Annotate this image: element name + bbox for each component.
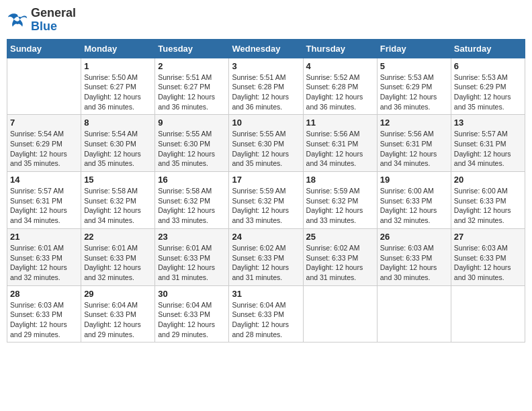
day-info: Sunrise: 5:53 AM Sunset: 6:29 PM Dayligh… [454, 73, 522, 112]
header-thursday: Thursday [303, 39, 377, 58]
calendar-cell: 17Sunrise: 5:59 AM Sunset: 6:32 PM Dayli… [229, 172, 303, 229]
header-friday: Friday [377, 39, 451, 58]
day-info: Sunrise: 6:01 AM Sunset: 6:33 PM Dayligh… [10, 243, 78, 283]
day-info: Sunrise: 5:53 AM Sunset: 6:29 PM Dayligh… [380, 73, 448, 112]
calendar-cell [377, 285, 451, 342]
day-number: 24 [232, 232, 300, 242]
header-monday: Monday [81, 39, 155, 58]
logo: General Blue [7, 7, 76, 34]
calendar-cell: 28Sunrise: 6:03 AM Sunset: 6:33 PM Dayli… [7, 285, 81, 342]
calendar-cell: 15Sunrise: 5:58 AM Sunset: 6:32 PM Dayli… [81, 172, 155, 229]
day-info: Sunrise: 5:59 AM Sunset: 6:32 PM Dayligh… [306, 186, 374, 226]
calendar-cell: 6Sunrise: 5:53 AM Sunset: 6:29 PM Daylig… [451, 58, 525, 115]
calendar-body: 1Sunrise: 5:50 AM Sunset: 6:27 PM Daylig… [7, 58, 525, 342]
day-info: Sunrise: 5:51 AM Sunset: 6:27 PM Dayligh… [158, 73, 226, 112]
day-number: 8 [84, 118, 152, 128]
calendar-cell: 11Sunrise: 5:56 AM Sunset: 6:31 PM Dayli… [303, 115, 377, 172]
calendar-cell: 29Sunrise: 6:04 AM Sunset: 6:33 PM Dayli… [81, 285, 155, 342]
header-wednesday: Wednesday [229, 39, 303, 58]
calendar-cell: 16Sunrise: 5:58 AM Sunset: 6:32 PM Dayli… [155, 172, 229, 229]
day-number: 29 [84, 289, 152, 299]
day-number: 11 [306, 118, 374, 128]
day-number: 25 [306, 232, 374, 242]
calendar-cell: 23Sunrise: 6:01 AM Sunset: 6:33 PM Dayli… [155, 228, 229, 285]
day-number: 17 [232, 175, 300, 185]
day-number: 18 [306, 175, 374, 185]
day-number: 19 [380, 175, 448, 185]
calendar-cell: 14Sunrise: 5:57 AM Sunset: 6:31 PM Dayli… [7, 172, 81, 229]
day-number: 1 [84, 61, 152, 71]
day-number: 6 [454, 61, 522, 71]
calendar-cell: 1Sunrise: 5:50 AM Sunset: 6:27 PM Daylig… [81, 58, 155, 115]
day-info: Sunrise: 5:52 AM Sunset: 6:28 PM Dayligh… [306, 73, 374, 112]
header-tuesday: Tuesday [155, 39, 229, 58]
calendar-cell: 24Sunrise: 6:02 AM Sunset: 6:33 PM Dayli… [229, 228, 303, 285]
calendar-header: SundayMondayTuesdayWednesdayThursdayFrid… [7, 39, 525, 58]
day-info: Sunrise: 6:02 AM Sunset: 6:33 PM Dayligh… [232, 243, 300, 283]
week-row-4: 28Sunrise: 6:03 AM Sunset: 6:33 PM Dayli… [7, 285, 525, 342]
calendar-cell: 18Sunrise: 5:59 AM Sunset: 6:32 PM Dayli… [303, 172, 377, 229]
day-info: Sunrise: 6:00 AM Sunset: 6:33 PM Dayligh… [454, 186, 522, 226]
calendar-table: SundayMondayTuesdayWednesdayThursdayFrid… [7, 39, 525, 343]
day-number: 22 [84, 232, 152, 242]
day-info: Sunrise: 6:03 AM Sunset: 6:33 PM Dayligh… [10, 300, 78, 340]
page-header: General Blue [7, 7, 525, 34]
calendar-cell: 19Sunrise: 6:00 AM Sunset: 6:33 PM Dayli… [377, 172, 451, 229]
day-info: Sunrise: 5:50 AM Sunset: 6:27 PM Dayligh… [84, 73, 152, 112]
header-saturday: Saturday [451, 39, 525, 58]
day-info: Sunrise: 5:56 AM Sunset: 6:31 PM Dayligh… [380, 129, 448, 169]
day-number: 26 [380, 232, 448, 242]
day-info: Sunrise: 5:59 AM Sunset: 6:32 PM Dayligh… [232, 186, 300, 226]
day-number: 5 [380, 61, 448, 71]
calendar-cell [451, 285, 525, 342]
day-number: 15 [84, 175, 152, 185]
day-number: 9 [158, 118, 226, 128]
calendar-cell: 27Sunrise: 6:03 AM Sunset: 6:33 PM Dayli… [451, 228, 525, 285]
day-number: 27 [454, 232, 522, 242]
day-number: 10 [232, 118, 300, 128]
week-row-3: 21Sunrise: 6:01 AM Sunset: 6:33 PM Dayli… [7, 228, 525, 285]
day-number: 21 [10, 232, 78, 242]
day-number: 20 [454, 175, 522, 185]
day-info: Sunrise: 5:58 AM Sunset: 6:32 PM Dayligh… [158, 186, 226, 226]
day-number: 4 [306, 61, 374, 71]
day-info: Sunrise: 5:55 AM Sunset: 6:30 PM Dayligh… [232, 129, 300, 169]
calendar-cell: 22Sunrise: 6:01 AM Sunset: 6:33 PM Dayli… [81, 228, 155, 285]
day-number: 12 [380, 118, 448, 128]
calendar-cell: 13Sunrise: 5:57 AM Sunset: 6:31 PM Dayli… [451, 115, 525, 172]
calendar-cell: 12Sunrise: 5:56 AM Sunset: 6:31 PM Dayli… [377, 115, 451, 172]
calendar-cell: 10Sunrise: 5:55 AM Sunset: 6:30 PM Dayli… [229, 115, 303, 172]
calendar-cell: 5Sunrise: 5:53 AM Sunset: 6:29 PM Daylig… [377, 58, 451, 115]
calendar-cell [7, 58, 81, 115]
day-info: Sunrise: 6:03 AM Sunset: 6:33 PM Dayligh… [454, 243, 522, 283]
day-info: Sunrise: 5:55 AM Sunset: 6:30 PM Dayligh… [158, 129, 226, 169]
day-number: 30 [158, 289, 226, 299]
day-number: 3 [232, 61, 300, 71]
calendar-cell: 8Sunrise: 5:54 AM Sunset: 6:30 PM Daylig… [81, 115, 155, 172]
day-info: Sunrise: 6:04 AM Sunset: 6:33 PM Dayligh… [232, 300, 300, 340]
day-info: Sunrise: 6:04 AM Sunset: 6:33 PM Dayligh… [84, 300, 152, 340]
calendar-cell: 7Sunrise: 5:54 AM Sunset: 6:29 PM Daylig… [7, 115, 81, 172]
day-number: 7 [10, 118, 78, 128]
week-row-1: 7Sunrise: 5:54 AM Sunset: 6:29 PM Daylig… [7, 115, 525, 172]
day-info: Sunrise: 5:54 AM Sunset: 6:29 PM Dayligh… [10, 129, 78, 169]
logo-icon [7, 11, 28, 30]
header-sunday: Sunday [7, 39, 81, 58]
calendar-cell: 30Sunrise: 6:04 AM Sunset: 6:33 PM Dayli… [155, 285, 229, 342]
day-info: Sunrise: 5:51 AM Sunset: 6:28 PM Dayligh… [232, 73, 300, 112]
day-info: Sunrise: 6:01 AM Sunset: 6:33 PM Dayligh… [158, 243, 226, 283]
calendar-cell: 31Sunrise: 6:04 AM Sunset: 6:33 PM Dayli… [229, 285, 303, 342]
calendar-cell: 25Sunrise: 6:02 AM Sunset: 6:33 PM Dayli… [303, 228, 377, 285]
calendar-cell [303, 285, 377, 342]
calendar-cell: 9Sunrise: 5:55 AM Sunset: 6:30 PM Daylig… [155, 115, 229, 172]
day-info: Sunrise: 6:02 AM Sunset: 6:33 PM Dayligh… [306, 243, 374, 283]
day-number: 16 [158, 175, 226, 185]
day-info: Sunrise: 6:00 AM Sunset: 6:33 PM Dayligh… [380, 186, 448, 226]
logo-text: General Blue [31, 7, 76, 34]
day-number: 28 [10, 289, 78, 299]
day-number: 31 [232, 289, 300, 299]
calendar-cell: 3Sunrise: 5:51 AM Sunset: 6:28 PM Daylig… [229, 58, 303, 115]
week-row-0: 1Sunrise: 5:50 AM Sunset: 6:27 PM Daylig… [7, 58, 525, 115]
day-info: Sunrise: 5:57 AM Sunset: 6:31 PM Dayligh… [454, 129, 522, 169]
calendar-cell: 21Sunrise: 6:01 AM Sunset: 6:33 PM Dayli… [7, 228, 81, 285]
